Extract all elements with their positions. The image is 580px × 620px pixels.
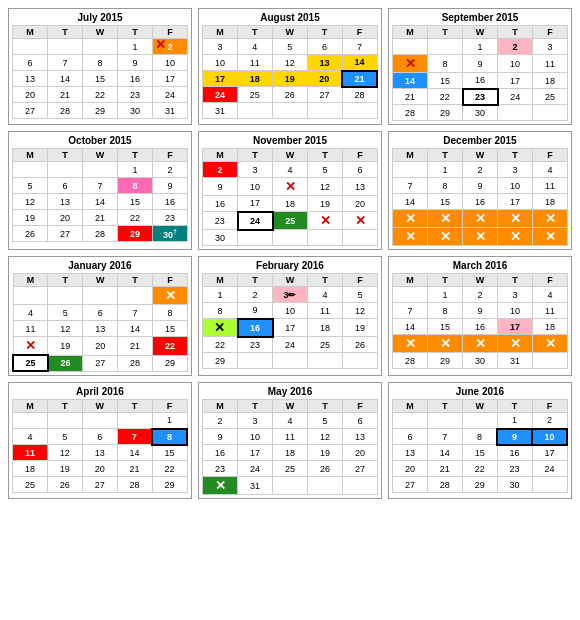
month-february-2016: February 2016 MTWTF 12 3✏ 45 89101112 ✕ …	[198, 256, 382, 376]
month-june-2016: June 2016 MTWTF 12 678 9 10 1314151617 2…	[388, 382, 572, 499]
month-title: October 2015	[12, 135, 188, 146]
calendar-grid: July 2015 MTWTF 1 2✕ 678910 1314151617 2…	[8, 8, 572, 499]
cal-table: MTWTF 12 678 9 10 1314151617 2021222324 …	[392, 399, 568, 493]
cal-table: MTWTF 1 456 7 8 11 12131415 1819202122 2…	[12, 399, 188, 493]
cal-table: MTWTF 2 3456 910 ✕ 1213 1617181920 23 24…	[202, 148, 378, 246]
cal-table: MTWTF 1234 7891011 1415161718 ✕ ✕ ✕ ✕ ✕ …	[392, 148, 568, 246]
month-july-2015: July 2015 MTWTF 1 2✕ 678910 1314151617 2…	[8, 8, 192, 125]
month-august-2015: August 2015 MTWTF 34567 101112 13 14 17 …	[198, 8, 382, 125]
month-title: April 2016	[12, 386, 188, 397]
month-title: February 2016	[202, 260, 378, 271]
month-title: August 2015	[202, 12, 378, 23]
cal-table: MTWTF 1234 7891011 141516 17 18 ✕ ✕ ✕ ✕ …	[392, 273, 568, 369]
month-april-2016: April 2016 MTWTF 1 456 7 8 11 12131415 1…	[8, 382, 192, 499]
cal-table: MTWTF 12 567 8 9 1213141516 1920212223 2…	[12, 148, 188, 242]
cal-table: MTWTF ✕ 45678 1112131415 ✕ 192021 22 25 …	[12, 273, 188, 372]
cal-table: MTWTF 34567 101112 13 14 17 18 19 20 21 …	[202, 25, 378, 119]
month-may-2016: May 2016 MTWTF 23456 910111213 161718192…	[198, 382, 382, 499]
cal-table: MTWTF 1 2✕ 678910 1314151617 2021222324 …	[12, 25, 188, 119]
month-title: September 2015	[392, 12, 568, 23]
month-october-2015: October 2015 MTWTF 12 567 8 9 1213141516…	[8, 131, 192, 250]
month-title: January 2016	[12, 260, 188, 271]
month-title: July 2015	[12, 12, 188, 23]
month-november-2015: November 2015 MTWTF 2 3456 910 ✕ 1213 16…	[198, 131, 382, 250]
month-title: June 2016	[392, 386, 568, 397]
month-title: December 2015	[392, 135, 568, 146]
month-march-2016: March 2016 MTWTF 1234 7891011 141516 17 …	[388, 256, 572, 376]
month-title: March 2016	[392, 260, 568, 271]
month-september-2015: September 2015 MTWTF 1 2 3 ✕ 891011 14 1…	[388, 8, 572, 125]
month-january-2016: January 2016 MTWTF ✕ 45678 1112131415 ✕ …	[8, 256, 192, 376]
month-december-2015: December 2015 MTWTF 1234 7891011 1415161…	[388, 131, 572, 250]
month-title: November 2015	[202, 135, 378, 146]
cal-table: MTWTF 23456 910111213 1617181920 2324252…	[202, 399, 378, 495]
month-title: May 2016	[202, 386, 378, 397]
cal-table: MTWTF 12 3✏ 45 89101112 ✕ 16 171819 2223…	[202, 273, 378, 369]
cal-table: MTWTF 1 2 3 ✕ 891011 14 15161718 2122 23…	[392, 25, 568, 121]
